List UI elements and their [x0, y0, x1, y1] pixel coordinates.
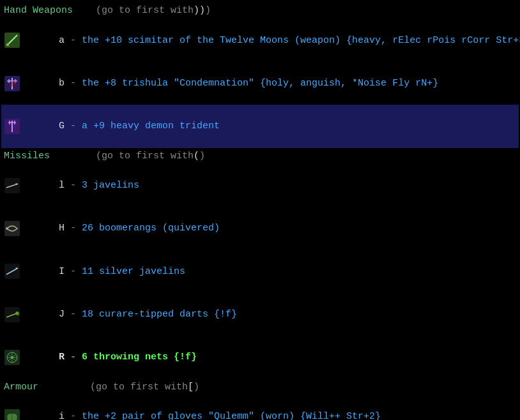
item-l[interactable]: l - 3 javelins: [1, 164, 519, 207]
item-R-text: R - 6 throwing nets {!f}: [23, 336, 197, 378]
hand-weapons-header: Hand Weapons (go to first with ))): [1, 3, 519, 19]
svg-point-33: [11, 356, 13, 359]
item-J-icon: [1, 306, 23, 324]
item-H-text: H - 26 boomerangs (quivered): [23, 208, 220, 250]
item-J[interactable]: J - 18 curare-tipped darts {!f}: [1, 293, 519, 336]
item-J-text: J - 18 curare-tipped darts {!f}: [23, 294, 237, 335]
item-i-icon: [1, 408, 23, 420]
item-G[interactable]: G - a +9 heavy demon trident: [1, 105, 519, 147]
armour-header: Armour (go to first with [): [1, 379, 519, 396]
item-G-text: G - a +9 heavy demon trident: [23, 105, 220, 147]
item-b-icon: [1, 75, 23, 93]
item-a[interactable]: a - the +10 scimitar of the Twelve Moons…: [1, 19, 519, 62]
item-a-icon: [1, 31, 23, 49]
missiles-header: Missiles (go to first with (): [1, 148, 519, 165]
item-b[interactable]: b - the +8 trishula "Condemnation" {holy…: [1, 62, 519, 105]
item-I[interactable]: I - 11 silver javelins: [1, 250, 519, 293]
inventory-screen: Hand Weapons (go to first with ))) a - t…: [0, 0, 520, 420]
armour-label: Armour: [4, 380, 38, 394]
item-l-text: l - 3 javelins: [23, 165, 139, 206]
armour-key: [: [188, 380, 194, 394]
item-i[interactable]: i - the +2 pair of gloves "Qulemm" (worn…: [1, 395, 519, 420]
item-R[interactable]: R - 6 throwing nets {!f}: [1, 336, 519, 379]
item-I-text: I - 11 silver javelins: [23, 251, 185, 292]
item-l-icon: [1, 177, 23, 195]
item-I-icon: [1, 262, 23, 280]
item-b-text: b - the +8 trishula "Condemnation" {holy…: [23, 63, 438, 104]
missiles-go: (go to first with: [50, 149, 194, 163]
hand-weapons-go: (go to first with: [73, 4, 194, 18]
item-H-icon: [1, 220, 23, 237]
item-a-text: a - the +10 scimitar of the Twelve Moons…: [23, 20, 520, 61]
svg-point-18: [6, 227, 8, 230]
item-G-icon: [1, 117, 23, 135]
missiles-key: (: [194, 149, 199, 163]
item-H[interactable]: H - 26 boomerangs (quivered): [1, 207, 519, 250]
svg-rect-37: [13, 414, 17, 420]
svg-point-26: [17, 312, 18, 313]
svg-rect-2: [6, 43, 9, 46]
armour-go: (go to first with: [38, 380, 188, 394]
hand-weapons-key: )): [194, 4, 205, 18]
item-R-icon: [1, 349, 23, 366]
missiles-label: Missiles: [4, 149, 50, 163]
svg-rect-8: [11, 81, 16, 86]
svg-rect-36: [8, 414, 11, 420]
item-i-text: i - the +2 pair of gloves "Qulemm" (worn…: [23, 396, 381, 420]
hand-weapons-label: Hand Weapons: [4, 4, 73, 18]
